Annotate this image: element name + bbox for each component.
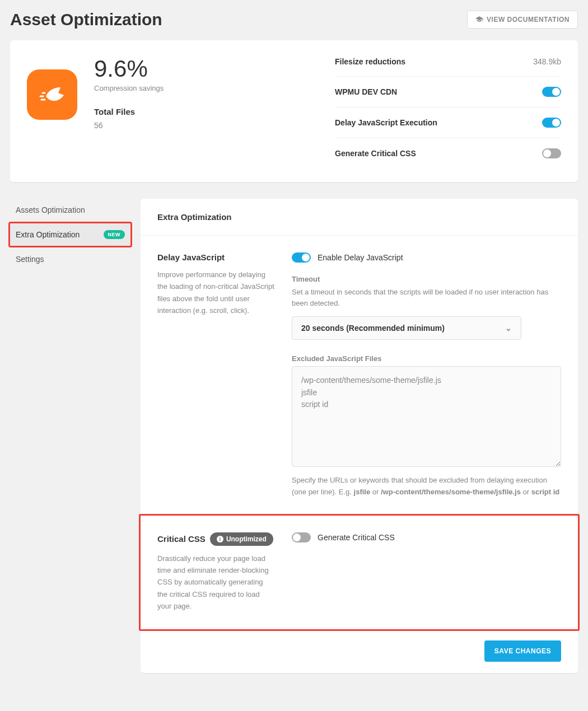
info-icon: i [217, 536, 223, 542]
save-changes-button[interactable]: SAVE CHANGES [484, 640, 561, 662]
compression-label: Compression savings [94, 84, 164, 92]
total-files-label: Total Files [94, 107, 164, 116]
unoptimized-label: Unoptimized [226, 535, 267, 543]
filesize-label: Filesize reductions [335, 57, 405, 66]
section-delay-javascript: Delay JavaScript Improve performance by … [141, 236, 578, 516]
timeout-label: Timeout [292, 275, 561, 283]
critical-label: Generate Critical CSS [335, 149, 416, 158]
generate-critical-css-toggle[interactable] [292, 532, 311, 542]
enable-delay-js-toggle[interactable] [292, 252, 311, 263]
generate-critical-css-label: Generate Critical CSS [318, 533, 395, 542]
unoptimized-pill: i Unoptimized [210, 532, 273, 546]
timeout-help: Set a timeout in seconds that the script… [292, 287, 561, 308]
critical-css-desc: Drastically reduce your page load time a… [157, 553, 275, 612]
delay-js-title: Delay JavaScript [157, 252, 275, 262]
critical-toggle[interactable] [542, 148, 561, 158]
timeout-value: 20 seconds (Recommended minimum) [301, 324, 445, 333]
section-critical-css: Critical CSS i Unoptimized Drastically r… [141, 516, 578, 629]
hummingbird-logo-icon [27, 69, 77, 120]
delay-js-desc: Improve performance by delaying the load… [157, 269, 275, 317]
filesize-value: 348.9kb [533, 57, 561, 66]
svg-point-0 [55, 90, 57, 92]
sidebar: Assets Optimization Extra Optimization N… [10, 199, 130, 270]
panel-title: Extra Optimization [141, 199, 578, 236]
summary-card: 9.6% Compression savings Total Files 56 … [10, 40, 578, 182]
sidebar-item-assets-optimization[interactable]: Assets Optimization [10, 199, 130, 221]
sidebar-item-settings[interactable]: Settings [10, 248, 130, 270]
compression-percent: 9.6% [94, 57, 164, 81]
excluded-label: Excluded JavaScript Files [292, 354, 561, 363]
graduation-cap-icon [475, 16, 483, 24]
view-documentation-button[interactable]: VIEW DOCUMENTATION [467, 11, 578, 29]
enable-delay-js-label: Enable Delay JavaScript [318, 253, 403, 262]
delayjs-toggle[interactable] [542, 118, 561, 128]
page-title: Asset Optimization [10, 10, 162, 29]
total-files-value: 56 [94, 121, 164, 130]
critical-css-title: Critical CSS [157, 534, 206, 544]
new-badge: NEW [104, 230, 125, 239]
cdn-label: WPMU DEV CDN [335, 87, 397, 96]
main-panel: Extra Optimization Delay JavaScript Impr… [141, 199, 578, 673]
view-documentation-label: VIEW DOCUMENTATION [487, 16, 570, 24]
excluded-js-textarea[interactable] [292, 366, 561, 467]
sidebar-item-extra-optimization[interactable]: Extra Optimization NEW [10, 223, 130, 246]
timeout-select[interactable]: 20 seconds (Recommended minimum) ⌄ [292, 316, 521, 340]
chevron-down-icon: ⌄ [505, 324, 512, 333]
cdn-toggle[interactable] [542, 87, 561, 97]
excluded-help: Specify the URLs or keywords that should… [292, 475, 561, 498]
sidebar-item-label: Extra Optimization [16, 230, 80, 239]
delayjs-label: Delay JavaScript Execution [335, 118, 437, 127]
